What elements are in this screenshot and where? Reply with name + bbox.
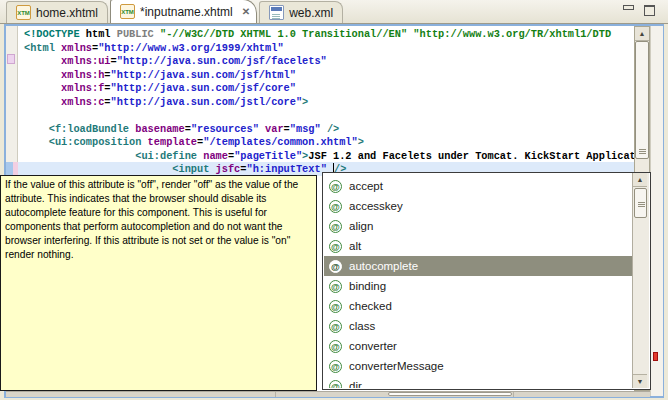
divider <box>275 392 276 397</box>
overview-error-marker[interactable] <box>653 352 658 361</box>
code-line: <ui:composition template="/templates/com… <box>18 136 634 150</box>
scrollbar-thumb[interactable] <box>635 41 649 159</box>
thumb-grip <box>638 202 645 203</box>
xhtml-file-icon: XTM <box>120 4 135 19</box>
scroll-up-icon[interactable]: ▲ <box>633 173 647 187</box>
completion-item-binding[interactable]: @binding <box>324 276 633 296</box>
editor-tab-web-xml[interactable]: web.xml <box>259 1 343 23</box>
xml-file-icon <box>269 5 284 20</box>
attribute-icon: @ <box>329 220 342 233</box>
tab-label: home.xhtml <box>36 6 98 20</box>
scroll-up-icon[interactable]: ▲ <box>635 27 649 41</box>
completion-item-autocomplete[interactable]: @autocomplete <box>324 256 633 276</box>
code-line: <ui:define name="pageTitle">JSF 1.2 and … <box>18 150 634 164</box>
completion-item-label: accesskey <box>349 200 403 212</box>
editor-tab-home-xhtml[interactable]: XTMhome.xhtml <box>6 1 108 23</box>
completion-item-label: align <box>349 220 373 232</box>
scrollbar-thumb[interactable] <box>634 188 647 218</box>
completion-item-label: alt <box>349 240 361 252</box>
thumb-grip <box>639 149 646 150</box>
annotation-marker <box>7 54 15 64</box>
attribute-icon: @ <box>329 380 342 389</box>
code-line: <f:loadBundle basename="resources" var="… <box>18 123 634 137</box>
close-tab-icon[interactable]: ✕ <box>242 6 250 17</box>
attribute-icon: @ <box>329 340 342 353</box>
completion-list: @accept@accesskey@align@alt@autocomplete… <box>324 173 633 388</box>
maximize-view-icon[interactable] <box>642 4 656 16</box>
attribute-icon: @ <box>329 200 342 213</box>
attribute-icon: @ <box>329 280 342 293</box>
completion-scrollbar[interactable]: ▲ ▼ <box>632 173 649 388</box>
completion-item-label: converterMessage <box>349 360 444 372</box>
attribute-icon: @ <box>329 300 342 313</box>
completion-item-label: autocomplete <box>349 260 418 272</box>
attribute-icon: @ <box>329 180 342 193</box>
completion-item-label: binding <box>349 280 386 292</box>
completion-doc-tooltip: If the value of this attribute is "off",… <box>0 175 317 391</box>
completion-item-converter[interactable]: @converter <box>324 336 633 356</box>
tab-label: *inputname.xhtml <box>140 5 233 19</box>
attribute-icon: @ <box>329 240 342 253</box>
attribute-icon: @ <box>329 320 342 333</box>
current-line-marker <box>6 162 13 176</box>
completion-item-label: accept <box>349 180 383 192</box>
code-line: <!DOCTYPE html PUBLIC "-//W3C//DTD XHTML… <box>18 28 634 42</box>
ide-window: XTMhome.xhtmlXTM*inputname.xhtml✕web.xml… <box>0 0 668 400</box>
attribute-icon: @ <box>329 260 342 273</box>
tab-label: web.xml <box>289 6 333 20</box>
completion-item-convertermessage[interactable]: @converterMessage <box>324 356 633 376</box>
view-window-buttons <box>621 4 656 16</box>
divider <box>513 392 514 397</box>
code-line: xmlns:h="http://java.sun.com/jsf/html" <box>18 69 634 83</box>
attribute-icon: @ <box>329 360 342 373</box>
completion-item-label: checked <box>349 300 392 312</box>
code-line: xmlns:ui="http://java.sun.com/jsf/facele… <box>18 55 634 69</box>
horizontal-scrollbar[interactable] <box>6 391 650 397</box>
editor-tab--inputname-xhtml[interactable]: XTM*inputname.xhtml✕ <box>110 0 257 23</box>
code-line <box>18 109 634 123</box>
code-line: xmlns:c="http://java.sun.com/jstl/core"> <box>18 96 634 110</box>
editor-tab-bar: XTMhome.xhtmlXTM*inputname.xhtml✕web.xml <box>0 0 668 24</box>
completion-item-dir[interactable]: @dir <box>324 376 633 388</box>
code-line: xmlns:f="http://java.sun.com/jsf/core" <box>18 82 634 96</box>
maximize-glyph <box>644 5 655 16</box>
overview-ruler[interactable] <box>650 26 663 396</box>
xhtml-file-icon: XTM <box>16 5 31 20</box>
minimize-glyph <box>623 5 634 10</box>
code-line: <html xmlns="http://www.w3.org/1999/xhtm… <box>18 42 634 56</box>
completion-item-label: class <box>349 320 375 332</box>
minimize-view-icon[interactable] <box>621 4 635 16</box>
horizontal-scrollbar-thumb[interactable] <box>388 392 512 396</box>
completion-item-checked[interactable]: @checked <box>324 296 633 316</box>
completion-item-label: dir <box>349 380 362 388</box>
completion-item-accesskey[interactable]: @accesskey <box>324 196 633 216</box>
completion-item-align[interactable]: @align <box>324 216 633 236</box>
scroll-down-icon[interactable]: ▼ <box>633 374 647 388</box>
completion-item-label: converter <box>349 340 397 352</box>
completion-item-class[interactable]: @class <box>324 316 633 336</box>
completion-popup: @accept@accesskey@align@alt@autocomplete… <box>322 172 651 390</box>
completion-item-alt[interactable]: @alt <box>324 236 633 256</box>
completion-item-accept[interactable]: @accept <box>324 176 633 196</box>
